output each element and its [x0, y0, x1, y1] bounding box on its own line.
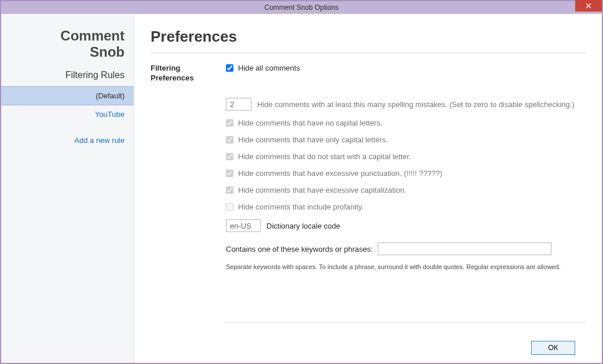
- locale-label: Dictionary locale code: [266, 222, 340, 230]
- close-button[interactable]: [575, 0, 602, 12]
- locale-input[interactable]: [226, 219, 261, 232]
- app-name-line2: Snob: [90, 44, 125, 60]
- prefs-section-line1: Filtering: [151, 64, 180, 72]
- no-start-cap-label: Hide comments that do not start with a c…: [238, 152, 411, 161]
- window-title: Comment Snob Options: [1, 3, 602, 12]
- divider: [226, 322, 586, 323]
- excess-caps-label: Hide comments that have excessive capita…: [238, 186, 406, 194]
- only-caps-row: Hide comments that have only capital let…: [226, 135, 586, 144]
- prefs-section-name: Filtering Preferences: [151, 64, 226, 333]
- sidebar: Comment Snob Filtering Rules (Default) Y…: [1, 14, 134, 363]
- page-title: Preferences: [151, 28, 586, 53]
- locale-row: Dictionary locale code: [226, 219, 586, 232]
- titlebar: Comment Snob Options: [1, 1, 602, 14]
- punct-label: Hide comments that have excessive punctu…: [238, 169, 443, 178]
- spellcheck-input[interactable]: [226, 98, 251, 111]
- only-caps-checkbox[interactable]: [226, 136, 233, 144]
- keywords-input[interactable]: [378, 242, 551, 255]
- punct-checkbox[interactable]: [226, 170, 233, 177]
- sidebar-item-label: (Default): [96, 91, 125, 100]
- add-rule-link[interactable]: Add a new rule: [1, 136, 134, 145]
- footer: OK: [151, 333, 586, 363]
- prefs-container: Filtering Preferences Hide all comments …: [151, 64, 586, 333]
- keywords-label: Contains one of these keywords or phrase…: [226, 245, 373, 253]
- sidebar-section-label: Filtering Rules: [1, 70, 134, 80]
- app-name-line1: Comment: [60, 28, 125, 43]
- sidebar-item-youtube[interactable]: YouTube: [1, 105, 134, 123]
- window-body: Comment Snob Filtering Rules (Default) Y…: [1, 14, 602, 363]
- hide-all-label: Hide all comments: [238, 64, 300, 72]
- hide-all-checkbox[interactable]: [226, 64, 233, 72]
- profanity-checkbox[interactable]: [226, 203, 233, 211]
- spellcheck-label: Hide comments with at least this many sp…: [257, 100, 575, 109]
- hide-all-row: Hide all comments: [226, 64, 586, 72]
- options-window: Comment Snob Options Comment Snob Filter…: [0, 0, 603, 364]
- main-panel: Preferences Filtering Preferences Hide a…: [134, 14, 602, 363]
- prefs-section-line2: Preferences: [151, 73, 193, 82]
- close-icon: [586, 3, 591, 9]
- profanity-label: Hide comments that include profanity.: [238, 203, 364, 211]
- only-caps-label: Hide comments that have only capital let…: [238, 135, 388, 144]
- ok-button[interactable]: OK: [531, 341, 575, 355]
- sidebar-item-default[interactable]: (Default): [1, 86, 134, 105]
- no-start-cap-checkbox[interactable]: [226, 153, 233, 160]
- sidebar-item-label: YouTube: [95, 110, 125, 119]
- excess-caps-row: Hide comments that have excessive capita…: [226, 186, 586, 194]
- no-start-cap-row: Hide comments that do not start with a c…: [226, 152, 586, 161]
- keywords-help: Separate keywords with spaces. To includ…: [226, 263, 586, 270]
- prefs-fields: Hide all comments Hide comments with at …: [226, 64, 586, 333]
- spacer: [226, 80, 586, 98]
- punct-row: Hide comments that have excessive punctu…: [226, 169, 586, 178]
- excess-caps-checkbox[interactable]: [226, 186, 233, 194]
- profanity-row: Hide comments that include profanity.: [226, 203, 586, 211]
- keywords-row: Contains one of these keywords or phrase…: [226, 242, 586, 255]
- no-caps-checkbox[interactable]: [226, 119, 233, 127]
- no-caps-label: Hide comments that have no capital lette…: [238, 119, 382, 127]
- no-caps-row: Hide comments that have no capital lette…: [226, 119, 586, 127]
- spellcheck-row: Hide comments with at least this many sp…: [226, 98, 586, 111]
- app-name: Comment Snob: [1, 28, 134, 60]
